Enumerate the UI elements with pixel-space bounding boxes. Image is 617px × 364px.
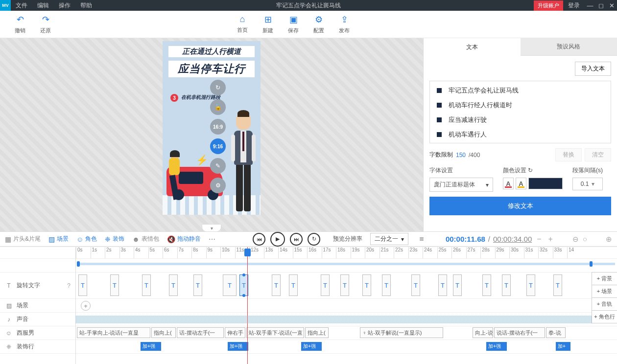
track-sound[interactable]: 🔊 [76, 313, 617, 326]
clear-button[interactable]: 清空 [585, 148, 611, 161]
decor-button[interactable]: ❈装饰 [105, 235, 124, 243]
text-clip[interactable]: T [411, 274, 420, 296]
text-clip[interactable]: T [142, 274, 151, 296]
track-area[interactable]: 0s1s2s3s4s5s6s7s8s9s10s11s12s13s14s15s16… [76, 247, 617, 364]
track-label-scene[interactable]: ▨场景 [0, 299, 75, 313]
loop-button[interactable]: ↻ [308, 233, 320, 246]
time-minus-button[interactable]: − [535, 235, 543, 244]
expand-handle[interactable]: ▾ [202, 224, 221, 232]
menu-edit[interactable]: 编辑 [32, 1, 54, 10]
more-button[interactable]: ⋯ [209, 235, 215, 243]
undo-button[interactable]: ↶撤销 [15, 14, 25, 34]
text-list-item[interactable]: 机动车遇行人 [430, 127, 611, 142]
action-clip[interactable]: 拳-说 [546, 327, 566, 338]
track-man[interactable]: 站-手掌向上-说话(一直显指向上(话-摆动左手(一伸右手站-双手垂下-说话(一直… [76, 326, 617, 340]
text-clip[interactable]: T [321, 274, 330, 296]
action-clip[interactable]: 站-双手垂下-说话(一直 [246, 327, 304, 338]
text-clip[interactable]: T [78, 274, 87, 296]
action-clip[interactable]: 向上-说 [473, 327, 493, 338]
text-clip[interactable]: T [453, 274, 462, 296]
range-bar[interactable] [76, 259, 617, 273]
add-audio-tab[interactable]: + 音轨 [592, 297, 617, 311]
decor-clip[interactable]: 加+强 [486, 342, 507, 351]
decor-clip[interactable]: 加+强 [228, 342, 248, 351]
text-clip[interactable]: T [526, 274, 535, 296]
play-button[interactable]: ▶ [270, 232, 285, 247]
maximize-button[interactable]: ◻ [595, 2, 606, 9]
color-swatch[interactable] [528, 178, 563, 189]
lock-button[interactable]: 🔓 [210, 99, 226, 115]
minimize-button[interactable]: — [585, 2, 595, 9]
text-clip[interactable]: T [438, 274, 447, 296]
prev-button[interactable]: ⏮ [253, 233, 265, 246]
track-label-decor[interactable]: ❈装饰行 [0, 340, 75, 354]
time-plus-button[interactable]: + [546, 235, 555, 244]
text-list-item[interactable]: 应当减速行驶 [430, 113, 611, 127]
zoom-in-button[interactable]: ⊕ [606, 235, 612, 244]
action-clip[interactable]: 话-摆动左手(一 [177, 327, 224, 338]
text-clip[interactable]: T [553, 274, 562, 296]
track-rotate-text[interactable]: TTTTTTTTTTTTTTTTTTTT [76, 273, 617, 299]
text-clip[interactable]: T [272, 274, 281, 296]
font-select[interactable]: 庞门正道标题体▾ [429, 178, 493, 192]
highlight-color-button[interactable]: A [516, 178, 526, 189]
time-ruler[interactable]: 0s1s2s3s4s5s6s7s8s9s10s11s12s13s14s15s16… [76, 247, 617, 259]
waveform[interactable] [76, 316, 617, 323]
drag-mute-button[interactable]: 🔇拖动静音 [167, 235, 201, 243]
add-role-tab[interactable]: + 角色行 [592, 310, 617, 323]
home-button[interactable]: ⌂首页 [237, 14, 248, 34]
save-button[interactable]: ▣保存 [288, 14, 299, 34]
menu-file[interactable]: 文件 [11, 1, 32, 10]
action-clip[interactable]: 指向上( [151, 327, 176, 338]
canvas-area[interactable]: 正在通过人行横道 应当停车让行 3 在机非机混行路段 ⚡ ↻ 🔓 16:9 9:… [0, 38, 423, 231]
redo-button[interactable]: ↷还原 [40, 14, 51, 34]
import-text-button[interactable]: 导入文本 [575, 62, 611, 76]
config-button[interactable]: ⚙配置 [313, 14, 324, 34]
text-clip[interactable]: T [340, 274, 349, 296]
upgrade-button[interactable]: 升级账户 [534, 0, 563, 11]
text-clip[interactable]: T [169, 274, 178, 296]
settings-button[interactable]: ⚙ [210, 178, 226, 193]
edit-button[interactable]: ✎ [210, 158, 226, 174]
tab-preset[interactable]: 预设风格 [521, 38, 617, 56]
track-decor[interactable]: 加+强加+强加+强加+强加+ [76, 340, 617, 354]
aspect-9-16-button[interactable]: 9:16 [210, 138, 226, 154]
publish-button[interactable]: ⇪发布 [339, 14, 350, 34]
action-clip[interactable]: 说话-摆动右手(一 [494, 327, 545, 338]
replace-button[interactable]: 替换 [555, 148, 582, 161]
text-clip[interactable]: T [382, 274, 391, 296]
text-clip[interactable]: T [482, 274, 491, 296]
close-button[interactable]: ✕ [606, 2, 617, 9]
add-scene-tab[interactable]: + 场景 [592, 285, 617, 298]
text-color-button[interactable]: A [503, 178, 514, 189]
new-button[interactable]: ⊞新建 [262, 14, 273, 34]
zoom-reset-button[interactable]: ○ [583, 235, 587, 244]
text-clip[interactable]: T [223, 274, 237, 296]
add-background-tab[interactable]: + 背景 [592, 272, 617, 285]
decor-clip[interactable]: 加+强 [301, 342, 322, 351]
scene-button[interactable]: ▨场景 [48, 235, 69, 243]
decor-clip[interactable]: 加+强 [141, 342, 161, 351]
emoji-button[interactable]: ☻表情包 [132, 235, 159, 243]
action-clip[interactable]: ♀ 站-双手解说(一直显示) [360, 327, 443, 338]
action-clip[interactable]: 站-手掌向上-说话(一直显 [77, 327, 150, 338]
text-list-item[interactable]: 牢记五点学会礼让斑马线 [430, 83, 611, 98]
next-button[interactable]: ⏭ [290, 233, 303, 246]
time-total[interactable]: 00:00:34.00 [493, 235, 532, 243]
tab-text[interactable]: 文本 [424, 38, 521, 56]
menu-action[interactable]: 操作 [54, 1, 75, 10]
text-clip[interactable]: T [362, 274, 371, 296]
menu-help[interactable]: 帮助 [75, 1, 97, 10]
refresh-icon[interactable]: ↻ [528, 167, 533, 174]
track-label-man[interactable]: ☺西服男 [0, 326, 75, 340]
range-end-handle[interactable] [590, 261, 593, 267]
track-label-sound[interactable]: ♪声音 [0, 313, 75, 326]
text-list-item[interactable]: 机动车行经人行横道时 [430, 98, 611, 113]
add-scene-button[interactable]: + [81, 301, 91, 311]
role-button[interactable]: ☺角色 [76, 235, 97, 243]
track-scene[interactable]: + [76, 299, 617, 313]
text-clip[interactable]: T [502, 274, 511, 296]
help-icon[interactable]: ? [67, 282, 71, 289]
text-clip[interactable]: T [289, 274, 298, 296]
action-clip[interactable]: 指向上( [305, 327, 329, 338]
